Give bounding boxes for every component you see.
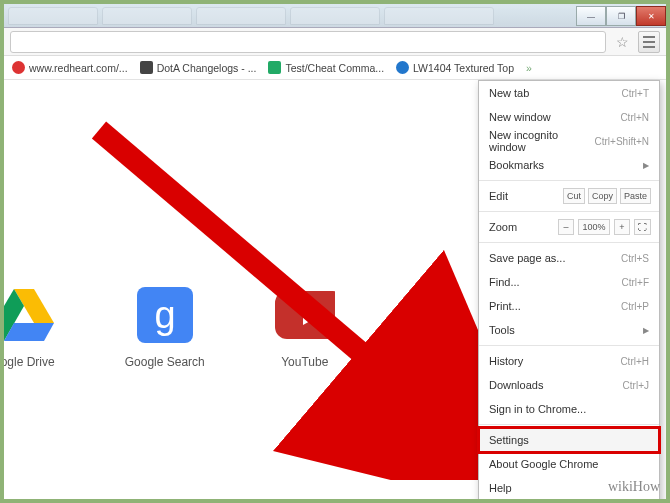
copy-button[interactable]: Copy — [588, 188, 617, 204]
menu-save-page[interactable]: Save page as...Ctrl+S — [479, 246, 659, 270]
google-icon: g — [135, 285, 195, 345]
youtube-icon — [275, 285, 335, 345]
paste-button[interactable]: Paste — [620, 188, 651, 204]
menu-downloads[interactable]: DownloadsCtrl+J — [479, 373, 659, 397]
bookmark-item[interactable]: LW1404 Textured Top — [396, 61, 514, 74]
menu-bookmarks[interactable]: Bookmarks▶ — [479, 153, 659, 177]
menu-settings[interactable]: Settings — [479, 428, 659, 452]
menu-print[interactable]: Print...Ctrl+P — [479, 294, 659, 318]
drive-icon — [0, 285, 54, 345]
cut-button[interactable]: Cut — [563, 188, 585, 204]
most-visited-tiles: oogle Drive g Google Search YouTube — [0, 285, 335, 369]
bookmark-label: Test/Cheat Comma... — [285, 62, 384, 74]
bookmark-star-icon[interactable]: ☆ — [612, 32, 632, 52]
menu-separator — [479, 345, 659, 346]
menu-new-window[interactable]: New windowCtrl+N — [479, 105, 659, 129]
menu-incognito[interactable]: New incognito windowCtrl+Shift+N — [479, 129, 659, 153]
minimize-button[interactable]: — — [576, 6, 606, 26]
menu-history[interactable]: HistoryCtrl+H — [479, 349, 659, 373]
zoom-in-button[interactable]: + — [614, 219, 630, 235]
tile-label: YouTube — [281, 355, 328, 369]
tile-youtube[interactable]: YouTube — [275, 285, 335, 369]
menu-edit-label: Edit — [489, 190, 560, 202]
tile-label: Google Search — [125, 355, 205, 369]
menu-tools[interactable]: Tools▶ — [479, 318, 659, 342]
menu-find[interactable]: Find...Ctrl+F — [479, 270, 659, 294]
chevron-right-icon: ▶ — [643, 161, 649, 170]
menu-separator — [479, 424, 659, 425]
watermark: wikiHow — [608, 479, 660, 495]
menu-zoom-label: Zoom — [489, 221, 554, 233]
bookmark-label: www.redheart.com/... — [29, 62, 128, 74]
zoom-value: 100% — [578, 219, 610, 235]
tab-strip — [4, 4, 576, 27]
maximize-button[interactable]: ❐ — [606, 6, 636, 26]
tile-google-search[interactable]: g Google Search — [125, 285, 205, 369]
fullscreen-button[interactable]: ⛶ — [634, 219, 651, 235]
menu-separator — [479, 211, 659, 212]
bookmark-item[interactable]: www.redheart.com/... — [12, 61, 128, 74]
bookmarks-bar: www.redheart.com/... DotA Changelogs - .… — [4, 56, 666, 80]
tile-google-drive[interactable]: oogle Drive — [0, 285, 55, 369]
menu-separator — [479, 242, 659, 243]
chrome-menu: New tabCtrl+T New windowCtrl+N New incog… — [478, 80, 660, 503]
menu-new-tab[interactable]: New tabCtrl+T — [479, 81, 659, 105]
bookmark-label: LW1404 Textured Top — [413, 62, 514, 74]
menu-signin[interactable]: Sign in to Chrome... — [479, 397, 659, 421]
zoom-out-button[interactable]: – — [558, 219, 574, 235]
bookmark-item[interactable]: Test/Cheat Comma... — [268, 61, 384, 74]
tile-label: oogle Drive — [0, 355, 55, 369]
window-titlebar: — ❐ ✕ — [4, 4, 666, 28]
menu-edit-row: Edit Cut Copy Paste — [479, 184, 659, 208]
menu-separator — [479, 180, 659, 181]
chrome-menu-button[interactable] — [638, 31, 660, 53]
bookmark-label: DotA Changelogs - ... — [157, 62, 257, 74]
svg-line-8 — [99, 130, 459, 436]
chevron-right-icon: ▶ — [643, 326, 649, 335]
toolbar: ☆ — [4, 28, 666, 56]
address-bar[interactable] — [10, 31, 606, 53]
close-button[interactable]: ✕ — [636, 6, 666, 26]
menu-zoom-row: Zoom – 100% + ⛶ — [479, 215, 659, 239]
new-tab-page: oogle Drive g Google Search YouTube New … — [4, 80, 666, 499]
bookmark-overflow-icon[interactable]: » — [526, 62, 532, 74]
svg-text:g: g — [154, 294, 175, 336]
bookmark-item[interactable]: DotA Changelogs - ... — [140, 61, 257, 74]
menu-about[interactable]: About Google Chrome — [479, 452, 659, 476]
